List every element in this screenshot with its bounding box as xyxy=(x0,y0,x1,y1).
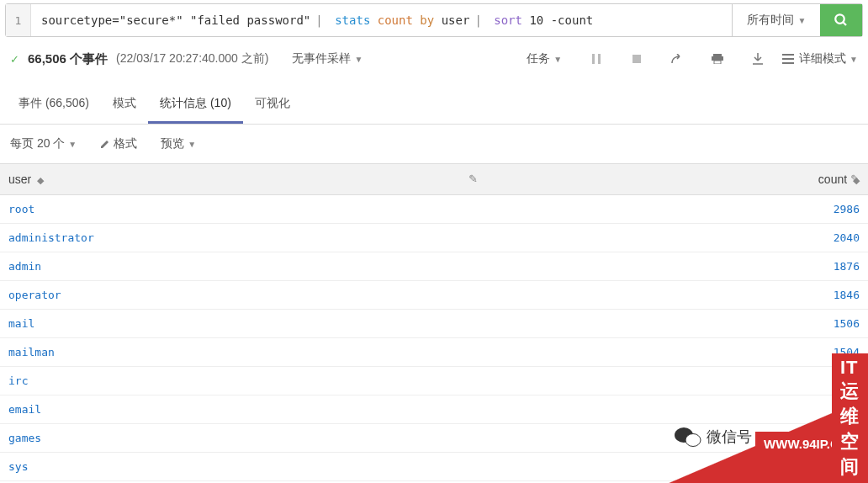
print-button[interactable] xyxy=(705,47,730,71)
column-header-user[interactable]: user ◆ ✎ xyxy=(0,164,486,195)
cell-count[interactable]: 2986 xyxy=(486,195,868,224)
line-number: 1 xyxy=(6,4,31,36)
spl-cmd-sort: sort xyxy=(494,13,522,27)
sampling-label: 无事件采样 xyxy=(292,51,351,66)
cell-user[interactable]: operator xyxy=(0,281,486,310)
header-label: count xyxy=(818,172,847,186)
cell-user[interactable]: email xyxy=(0,395,486,424)
search-icon xyxy=(834,13,849,28)
share-button[interactable] xyxy=(664,47,690,71)
svg-point-0 xyxy=(835,14,844,24)
results-controls: 每页 20 个 ▼ 格式 预览 ▼ xyxy=(0,125,868,163)
caret-down-icon: ▼ xyxy=(354,55,363,64)
cell-user[interactable]: irc xyxy=(0,367,486,395)
cell-user[interactable]: sys xyxy=(0,453,486,481)
column-header-count[interactable]: count ◆ ✎ xyxy=(486,164,868,195)
pencil-icon xyxy=(100,139,110,149)
table-row: operator1846 xyxy=(0,281,868,310)
tasks-label: 任务 xyxy=(527,51,550,66)
svg-rect-10 xyxy=(782,62,794,64)
cell-count[interactable] xyxy=(486,395,868,424)
cell-user[interactable]: games xyxy=(0,424,486,453)
status-bar: ✓ 66,506 个事件 (22/03/17 20:27:40.000 之前) … xyxy=(0,40,868,77)
svg-rect-7 xyxy=(714,61,721,64)
table-row: sys xyxy=(0,453,868,481)
cell-user[interactable]: mailman xyxy=(0,338,486,367)
pause-button[interactable] xyxy=(584,47,609,71)
cell-user[interactable]: root xyxy=(0,195,486,224)
search-button[interactable] xyxy=(820,4,862,36)
edit-column-icon[interactable]: ✎ xyxy=(468,172,478,185)
tab-visualization[interactable]: 可视化 xyxy=(243,86,302,124)
tasks-dropdown[interactable]: 任务 ▼ xyxy=(527,51,562,66)
header-label: user xyxy=(8,172,31,186)
tab-statistics[interactable]: 统计信息 (10) xyxy=(148,86,243,124)
share-icon xyxy=(671,54,683,64)
spl-cmd-stats: stats xyxy=(335,13,370,27)
preview-dropdown[interactable]: 预览 ▼ xyxy=(161,136,196,151)
edit-column-icon[interactable]: ✎ xyxy=(850,172,860,185)
caret-down-icon: ▼ xyxy=(188,140,196,149)
event-count: 66,506 个事件 xyxy=(28,51,108,67)
format-label: 格式 xyxy=(114,136,137,151)
svg-rect-6 xyxy=(712,56,723,61)
stop-button[interactable] xyxy=(624,47,649,71)
cell-count[interactable]: 2040 xyxy=(486,224,868,252)
pause-icon xyxy=(592,54,601,64)
svg-line-1 xyxy=(843,22,846,25)
cell-user[interactable]: admin xyxy=(0,252,486,281)
svg-rect-2 xyxy=(592,54,595,64)
caret-down-icon: ▼ xyxy=(849,55,858,64)
cell-count[interactable]: 1506 xyxy=(486,310,868,338)
table-row: mail1506 xyxy=(0,310,868,338)
cell-count[interactable] xyxy=(486,453,868,481)
tab-events[interactable]: 事件 (66,506) xyxy=(7,86,101,124)
cell-user[interactable]: mail xyxy=(0,310,486,338)
time-range-label: 所有时间 xyxy=(747,13,794,28)
caret-down-icon: ▼ xyxy=(553,55,562,64)
table-row: games xyxy=(0,424,868,453)
cell-count[interactable]: 1288 xyxy=(486,367,868,395)
check-icon: ✓ xyxy=(10,53,19,66)
sampling-dropdown[interactable]: 无事件采样 ▼ xyxy=(292,51,363,66)
per-page-label: 每页 20 个 xyxy=(10,136,65,151)
svg-rect-8 xyxy=(782,54,794,56)
tab-patterns[interactable]: 模式 xyxy=(101,86,148,124)
spl-rest: 10 -count xyxy=(529,13,593,27)
cell-count[interactable] xyxy=(486,424,868,453)
caret-down-icon: ▼ xyxy=(798,16,807,25)
sort-icon: ◆ xyxy=(37,175,44,185)
cell-count[interactable]: 1876 xyxy=(486,252,868,281)
table-row: irc1288 xyxy=(0,367,868,395)
download-button[interactable] xyxy=(745,47,770,71)
stop-icon xyxy=(632,55,641,63)
cell-user[interactable]: administrator xyxy=(0,224,486,252)
table-row: admin1876 xyxy=(0,252,868,281)
preview-label: 预览 xyxy=(161,136,184,151)
cell-count[interactable]: 1846 xyxy=(486,281,868,310)
per-page-dropdown[interactable]: 每页 20 个 ▼ xyxy=(10,136,77,151)
print-icon xyxy=(712,54,723,64)
search-bar: 1 sourcetype="secure*" "failed password"… xyxy=(5,3,863,37)
caret-down-icon: ▼ xyxy=(68,140,77,149)
table-body: root2986administrator2040admin1876operat… xyxy=(0,195,868,481)
cell-count[interactable]: 1504 xyxy=(486,338,868,367)
svg-rect-5 xyxy=(713,54,722,56)
svg-rect-3 xyxy=(598,54,601,64)
download-icon xyxy=(753,53,763,65)
table-row: administrator2040 xyxy=(0,224,868,252)
format-button[interactable]: 格式 xyxy=(100,136,137,151)
search-input[interactable]: sourcetype="secure*" "failed password" |… xyxy=(31,4,732,36)
table-row: root2986 xyxy=(0,195,868,224)
table-row: email xyxy=(0,395,868,424)
table-row: mailman1504 xyxy=(0,338,868,367)
time-range-picker[interactable]: 所有时间 ▼ xyxy=(732,4,820,36)
spl-cmd-by: by xyxy=(420,13,434,27)
event-time: (22/03/17 20:27:40.000 之前) xyxy=(116,51,268,66)
spl-cmd-count: count xyxy=(378,13,413,27)
spl-pipe: | xyxy=(315,13,322,27)
mode-dropdown[interactable]: 详细模式 ▼ xyxy=(782,51,858,66)
mode-label: 详细模式 xyxy=(799,51,846,66)
spl-pipe: | xyxy=(474,13,481,27)
svg-rect-4 xyxy=(632,55,641,63)
